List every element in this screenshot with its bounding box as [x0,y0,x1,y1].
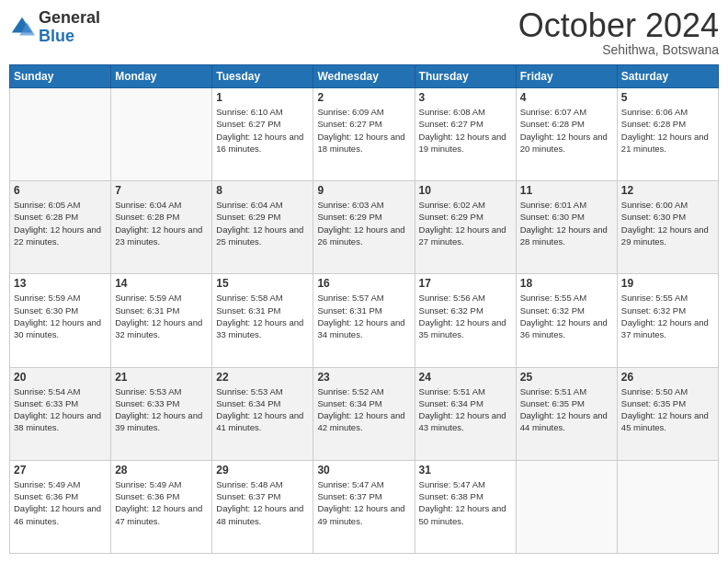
day-info: Sunrise: 5:48 AM Sunset: 6:37 PM Dayligh… [216,478,309,527]
day-number: 17 [419,277,512,290]
day-number: 16 [317,277,410,290]
calendar-cell: 17Sunrise: 5:56 AM Sunset: 6:32 PM Dayli… [415,274,516,367]
col-saturday: Saturday [617,65,718,88]
calendar-cell: 20Sunrise: 5:54 AM Sunset: 6:33 PM Dayli… [10,367,111,460]
day-number: 31 [419,464,512,477]
day-info: Sunrise: 6:10 AM Sunset: 6:27 PM Dayligh… [216,106,309,155]
day-number: 26 [621,371,714,384]
day-info: Sunrise: 5:49 AM Sunset: 6:36 PM Dayligh… [14,478,107,527]
day-info: Sunrise: 6:09 AM Sunset: 6:27 PM Dayligh… [317,106,410,155]
day-info: Sunrise: 5:51 AM Sunset: 6:34 PM Dayligh… [419,385,512,434]
calendar-cell: 8Sunrise: 6:04 AM Sunset: 6:29 PM Daylig… [212,181,313,274]
day-number: 23 [317,371,410,384]
calendar-header-row: Sunday Monday Tuesday Wednesday Thursday… [10,65,719,88]
calendar-cell: 21Sunrise: 5:53 AM Sunset: 6:33 PM Dayli… [111,367,212,460]
day-number: 22 [216,371,309,384]
calendar-cell: 22Sunrise: 5:53 AM Sunset: 6:34 PM Dayli… [212,367,313,460]
calendar-cell: 25Sunrise: 5:51 AM Sunset: 6:35 PM Dayli… [516,367,617,460]
day-number: 21 [115,371,208,384]
day-info: Sunrise: 6:05 AM Sunset: 6:28 PM Dayligh… [14,199,107,247]
day-number: 19 [621,277,714,290]
day-info: Sunrise: 6:07 AM Sunset: 6:28 PM Dayligh… [520,106,613,155]
day-info: Sunrise: 5:50 AM Sunset: 6:35 PM Dayligh… [621,385,714,434]
calendar-cell: 23Sunrise: 5:52 AM Sunset: 6:34 PM Dayli… [313,367,415,460]
calendar-cell [617,460,718,553]
day-info: Sunrise: 6:08 AM Sunset: 6:27 PM Dayligh… [419,106,512,155]
day-info: Sunrise: 5:56 AM Sunset: 6:32 PM Dayligh… [419,292,512,340]
logo: General Blue [9,9,100,46]
title-block: October 2024 Sehithwa, Botswana [518,9,719,57]
calendar-cell: 26Sunrise: 5:50 AM Sunset: 6:35 PM Dayli… [617,367,718,460]
day-info: Sunrise: 5:58 AM Sunset: 6:31 PM Dayligh… [216,292,309,340]
day-info: Sunrise: 5:47 AM Sunset: 6:37 PM Dayligh… [317,478,410,527]
day-info: Sunrise: 5:54 AM Sunset: 6:33 PM Dayligh… [14,385,107,434]
day-number: 11 [520,184,613,197]
calendar-cell: 1Sunrise: 6:10 AM Sunset: 6:27 PM Daylig… [212,88,313,181]
location-subtitle: Sehithwa, Botswana [518,42,719,57]
col-tuesday: Tuesday [212,65,313,88]
col-friday: Friday [516,65,617,88]
day-number: 9 [317,184,410,197]
logo-text: General Blue [39,9,100,46]
calendar-cell: 13Sunrise: 5:59 AM Sunset: 6:30 PM Dayli… [10,274,111,367]
calendar-cell: 24Sunrise: 5:51 AM Sunset: 6:34 PM Dayli… [415,367,516,460]
day-info: Sunrise: 5:52 AM Sunset: 6:34 PM Dayligh… [317,385,410,434]
day-number: 24 [419,371,512,384]
calendar-cell: 31Sunrise: 5:47 AM Sunset: 6:38 PM Dayli… [415,460,516,553]
day-info: Sunrise: 5:49 AM Sunset: 6:36 PM Dayligh… [115,478,208,527]
day-info: Sunrise: 6:03 AM Sunset: 6:29 PM Dayligh… [317,199,410,247]
calendar-week-row: 20Sunrise: 5:54 AM Sunset: 6:33 PM Dayli… [10,367,719,460]
calendar-cell: 16Sunrise: 5:57 AM Sunset: 6:31 PM Dayli… [313,274,415,367]
calendar-cell: 29Sunrise: 5:48 AM Sunset: 6:37 PM Dayli… [212,460,313,553]
day-info: Sunrise: 5:53 AM Sunset: 6:34 PM Dayligh… [216,385,309,434]
calendar-week-row: 1Sunrise: 6:10 AM Sunset: 6:27 PM Daylig… [10,88,719,181]
calendar-cell: 11Sunrise: 6:01 AM Sunset: 6:30 PM Dayli… [516,181,617,274]
calendar-cell: 30Sunrise: 5:47 AM Sunset: 6:37 PM Dayli… [313,460,415,553]
day-number: 18 [520,277,613,290]
calendar-cell: 19Sunrise: 5:55 AM Sunset: 6:32 PM Dayli… [617,274,718,367]
day-info: Sunrise: 5:53 AM Sunset: 6:33 PM Dayligh… [115,385,208,434]
calendar-week-row: 6Sunrise: 6:05 AM Sunset: 6:28 PM Daylig… [10,181,719,274]
day-number: 7 [115,184,208,197]
day-number: 8 [216,184,309,197]
day-info: Sunrise: 6:04 AM Sunset: 6:29 PM Dayligh… [216,199,309,247]
day-number: 4 [520,91,613,104]
logo-general-text: General [39,9,100,28]
calendar-cell: 3Sunrise: 6:08 AM Sunset: 6:27 PM Daylig… [415,88,516,181]
col-sunday: Sunday [10,65,111,88]
calendar-cell: 27Sunrise: 5:49 AM Sunset: 6:36 PM Dayli… [10,460,111,553]
day-info: Sunrise: 5:51 AM Sunset: 6:35 PM Dayligh… [520,385,613,434]
calendar-table: Sunday Monday Tuesday Wednesday Thursday… [9,64,719,554]
col-monday: Monday [111,65,212,88]
day-info: Sunrise: 5:59 AM Sunset: 6:30 PM Dayligh… [14,292,107,340]
day-info: Sunrise: 6:04 AM Sunset: 6:28 PM Dayligh… [115,199,208,247]
day-number: 27 [14,464,107,477]
day-number: 10 [419,184,512,197]
day-info: Sunrise: 5:47 AM Sunset: 6:38 PM Dayligh… [419,478,512,527]
day-number: 5 [621,91,714,104]
day-info: Sunrise: 5:57 AM Sunset: 6:31 PM Dayligh… [317,292,410,340]
logo-icon [9,15,35,40]
calendar-cell: 7Sunrise: 6:04 AM Sunset: 6:28 PM Daylig… [111,181,212,274]
day-info: Sunrise: 6:00 AM Sunset: 6:30 PM Dayligh… [621,199,714,247]
day-number: 25 [520,371,613,384]
day-info: Sunrise: 5:59 AM Sunset: 6:31 PM Dayligh… [115,292,208,340]
day-info: Sunrise: 6:02 AM Sunset: 6:29 PM Dayligh… [419,199,512,247]
day-number: 1 [216,91,309,104]
calendar-week-row: 13Sunrise: 5:59 AM Sunset: 6:30 PM Dayli… [10,274,719,367]
calendar-cell: 4Sunrise: 6:07 AM Sunset: 6:28 PM Daylig… [516,88,617,181]
calendar-cell [111,88,212,181]
calendar-cell: 12Sunrise: 6:00 AM Sunset: 6:30 PM Dayli… [617,181,718,274]
calendar-cell: 9Sunrise: 6:03 AM Sunset: 6:29 PM Daylig… [313,181,415,274]
col-wednesday: Wednesday [313,65,415,88]
calendar-cell [516,460,617,553]
day-number: 14 [115,277,208,290]
calendar-week-row: 27Sunrise: 5:49 AM Sunset: 6:36 PM Dayli… [10,460,719,553]
day-number: 28 [115,464,208,477]
day-number: 12 [621,184,714,197]
day-number: 29 [216,464,309,477]
calendar-cell: 5Sunrise: 6:06 AM Sunset: 6:28 PM Daylig… [617,88,718,181]
day-info: Sunrise: 5:55 AM Sunset: 6:32 PM Dayligh… [621,292,714,340]
day-number: 15 [216,277,309,290]
day-number: 6 [14,184,107,197]
